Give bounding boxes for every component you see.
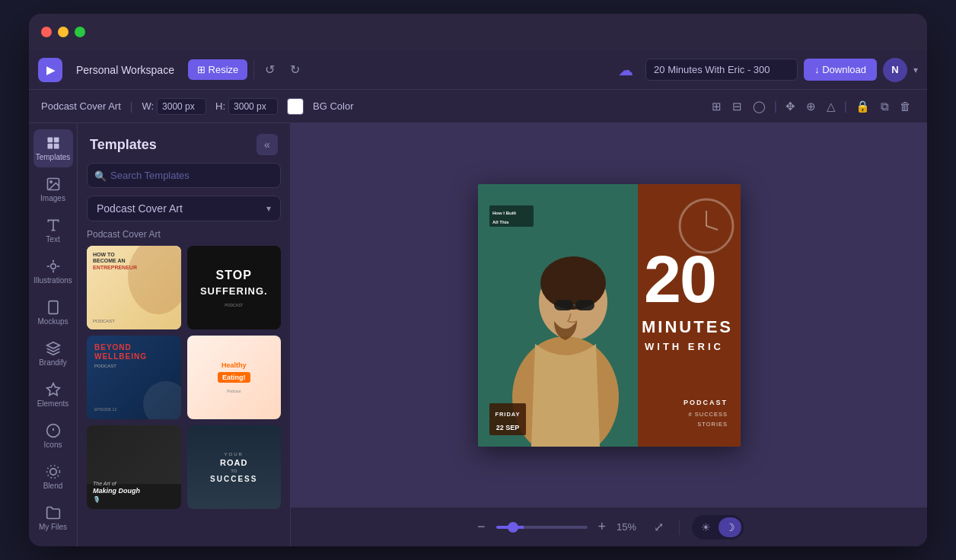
title-bar xyxy=(29,14,927,50)
svg-text:STORIES: STORIES xyxy=(697,421,728,428)
logo-button[interactable]: ▶ xyxy=(38,58,62,82)
sidebar-item-templates[interactable]: Templates xyxy=(33,129,73,167)
theme-toggle: ☀ ☽ xyxy=(692,515,744,539)
category-chevron-icon: ▾ xyxy=(266,203,271,214)
svg-marker-15 xyxy=(46,383,59,396)
sidebar-label-elements: Elements xyxy=(37,399,69,408)
zoom-bar: − + 15% ⤢ ☀ ☽ xyxy=(291,507,927,546)
height-label: H: xyxy=(215,100,225,112)
sidebar-item-myfiles[interactable]: My Files xyxy=(33,499,73,537)
category-dropdown[interactable]: Podcast Cover Art ▾ xyxy=(87,196,281,221)
copy-tool[interactable]: ⧉ xyxy=(877,96,893,117)
sidebar-label-icons: Icons xyxy=(44,441,62,449)
svg-rect-13 xyxy=(49,301,58,314)
width-input[interactable] xyxy=(157,98,206,115)
sidebar-label-brandify: Brandify xyxy=(39,358,67,367)
arrange-tool[interactable]: ⊞ xyxy=(708,96,725,117)
svg-point-25 xyxy=(540,256,606,310)
panel-header: Templates « xyxy=(78,123,290,163)
sidebar-icons: Templates Images Text Illustrations xyxy=(29,123,78,546)
sidebar-item-brandify[interactable]: Brandify xyxy=(33,335,73,373)
bg-color-swatch[interactable] xyxy=(287,98,304,115)
svg-point-20 xyxy=(46,466,59,479)
templates-panel: Templates « 🔍 Podcast Cover Art ▾ Podcas… xyxy=(78,123,291,546)
template-card-3[interactable]: BEYONDWELLBEING PODCAST EPISODE 12 xyxy=(87,336,181,419)
redo-button[interactable]: ↻ xyxy=(285,58,304,81)
canvas-name-label: Podcast Cover Art xyxy=(41,100,121,112)
template-card-6[interactable]: YOUR ROAD TO SUCCESS xyxy=(187,425,282,509)
templates-scroll[interactable]: Podcast Cover Art HOW TOBECOME ANENTREPR… xyxy=(78,229,290,546)
collapse-button[interactable]: « xyxy=(257,134,278,155)
template-grid: HOW TOBECOME ANENTREPRENEUR PODCAST STOP… xyxy=(87,246,281,509)
sidebar-item-images[interactable]: Images xyxy=(33,170,73,208)
dark-theme-button[interactable]: ☽ xyxy=(719,517,741,537)
sidebar-label-mockups: Mockups xyxy=(38,317,69,326)
cloud-icon: ☁ xyxy=(612,61,639,79)
height-field: H: xyxy=(215,98,278,115)
svg-rect-2 xyxy=(47,144,53,149)
svg-rect-1 xyxy=(53,138,59,143)
sidebar-item-illustrations[interactable]: Illustrations xyxy=(33,253,73,291)
svg-text:22 SEP: 22 SEP xyxy=(496,424,519,431)
template-card-2[interactable]: STOP SUFFERING. PODCAST xyxy=(187,246,282,329)
avatar-button[interactable]: N xyxy=(883,58,907,82)
svg-rect-3 xyxy=(53,144,59,149)
lock-tool[interactable]: 🔒 xyxy=(852,96,874,117)
zoom-minus-button[interactable]: − xyxy=(474,516,489,538)
sub-toolbar: Podcast Cover Art | W: H: BG Color ⊞ ⊟ ◯… xyxy=(29,90,927,123)
canvas-area[interactable]: How I Built All This 20 MINUTES WITH ERI… xyxy=(291,123,927,546)
delete-tool[interactable]: 🗑 xyxy=(896,96,915,116)
search-input[interactable] xyxy=(87,163,281,188)
height-input[interactable] xyxy=(228,98,278,115)
top-toolbar: ▶ Personal Workspace ⊞ Resize ↺ ↻ ☁ ↓ Do… xyxy=(29,50,927,90)
main-area: Templates Images Text Illustrations xyxy=(29,123,927,546)
sidebar-item-mockups[interactable]: Mockups xyxy=(33,294,73,332)
sidebar-label-myfiles: My Files xyxy=(39,523,67,531)
user-menu-chevron[interactable]: ▾ xyxy=(913,65,918,75)
template-card-1[interactable]: HOW TOBECOME ANENTREPRENEUR PODCAST xyxy=(87,246,181,329)
sidebar-label-templates: Templates xyxy=(36,153,71,161)
minimize-button[interactable] xyxy=(58,27,69,37)
category-label: Podcast Cover Art xyxy=(97,202,183,215)
light-theme-button[interactable]: ☀ xyxy=(694,517,717,537)
download-button[interactable]: ↓ Download xyxy=(804,59,877,81)
svg-point-5 xyxy=(49,181,52,183)
fullscreen-button[interactable] xyxy=(75,27,85,37)
svg-rect-27 xyxy=(575,300,594,310)
zoom-slider[interactable] xyxy=(496,526,588,529)
shape-tool[interactable]: ◯ xyxy=(749,96,770,117)
panel-title: Templates xyxy=(90,137,157,153)
traffic-lights xyxy=(41,27,85,37)
group-tool[interactable]: ⊟ xyxy=(728,96,746,117)
sidebar-label-text: Text xyxy=(46,235,59,243)
sidebar-item-elements[interactable]: Elements xyxy=(33,376,73,414)
move-tool[interactable]: ✥ xyxy=(782,96,799,117)
sidebar-item-blend[interactable]: Blend xyxy=(33,458,73,496)
file-name-input[interactable] xyxy=(645,59,798,81)
svg-text:# SUCCESS: # SUCCESS xyxy=(688,411,728,418)
zoom-divider xyxy=(679,520,680,535)
svg-text:FRIDAY: FRIDAY xyxy=(495,411,520,418)
close-button[interactable] xyxy=(41,27,52,37)
app-window: ▶ Personal Workspace ⊞ Resize ↺ ↻ ☁ ↓ Do… xyxy=(29,14,927,546)
resize-button[interactable]: ⊞ Resize xyxy=(188,59,247,80)
zoom-plus-button[interactable]: + xyxy=(595,516,610,538)
sidebar-item-text[interactable]: Text xyxy=(33,212,73,250)
zoom-fit-button[interactable]: ⤢ xyxy=(651,517,667,537)
toolbar-divider xyxy=(253,59,254,81)
tool-icons-group: ⊞ ⊟ ◯ | ✥ ⊕ △ | 🔒 ⧉ 🗑 xyxy=(708,96,915,117)
template-card-5[interactable]: The Art ofMaking Dough 🎙️ xyxy=(87,425,181,509)
layers-tool[interactable]: ⊕ xyxy=(802,96,820,117)
section-label: Podcast Cover Art xyxy=(87,229,281,240)
artwork-svg: How I Built All This 20 MINUTES WITH ERI… xyxy=(478,184,741,447)
sidebar-item-icons[interactable]: Icons xyxy=(33,417,73,455)
search-box: 🔍 xyxy=(87,163,281,188)
canvas-artwork: How I Built All This 20 MINUTES WITH ERI… xyxy=(478,184,741,447)
sidebar-label-images: Images xyxy=(40,194,65,202)
mask-tool[interactable]: △ xyxy=(823,96,840,117)
undo-button[interactable]: ↺ xyxy=(260,58,279,81)
template-card-4[interactable]: Healthy Eating! Podcast xyxy=(187,336,282,419)
svg-rect-0 xyxy=(47,138,53,143)
workspace-name[interactable]: Personal Workspace xyxy=(69,59,182,81)
sidebar-label-illustrations: Illustrations xyxy=(33,276,72,285)
